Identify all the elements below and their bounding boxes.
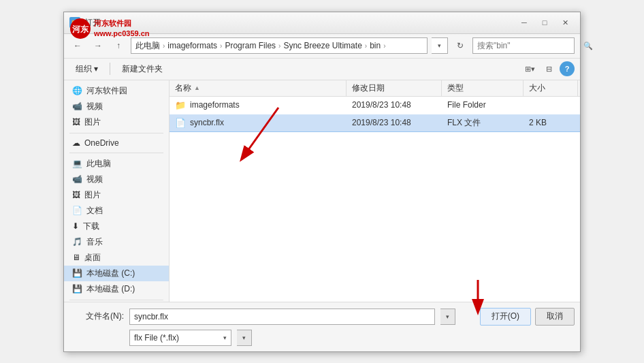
desktop-label: 桌面 (84, 252, 101, 264)
minimize-button[interactable]: ─ (515, 15, 534, 30)
footer-filetype-row: flx File (*.flx) ▾ ▾ (69, 330, 575, 346)
dialog-icon: 📂 (69, 17, 80, 28)
filename-label: 文件名(N): (69, 311, 124, 322)
maximize-button[interactable]: □ (535, 15, 554, 30)
file-size-syncbr: 2 KB (524, 118, 578, 127)
downloads-label: 下载 (83, 221, 99, 232)
organize-button[interactable]: 组织 ▾ (69, 61, 104, 77)
breadcrumb-sep1: › (163, 42, 165, 50)
videos2-icon: 📹 (72, 174, 82, 184)
col-header-date[interactable]: 修改日期 (347, 80, 442, 96)
toolbar: 组织 ▾ 新建文件夹 ⊞▾ ⊟ ? (64, 59, 580, 80)
breadcrumb-dropdown-button[interactable]: ▾ (432, 37, 448, 54)
breadcrumb-sep2: › (220, 42, 222, 50)
sidebar-item-desktop[interactable]: 🖥 桌面 (64, 250, 169, 266)
sidebar-item-local-d[interactable]: 💾 本地磁盘 (D:) (64, 281, 169, 297)
close-button[interactable]: ✕ (556, 15, 575, 30)
file-name-syncbr: 📄 syncbr.flx (170, 118, 347, 128)
title-bar: 📂 打开 ─ □ ✕ (64, 12, 580, 34)
breadcrumb-syncbreeze: Sync Breeze Ultimate (283, 41, 361, 50)
breadcrumb-thispc: 此电脑 (135, 40, 160, 52)
table-row[interactable]: 📄 syncbr.flx 2019/8/23 10:48 FLX 文件 2 KB (170, 114, 580, 132)
search-icon-button[interactable]: 🔍 (583, 38, 593, 53)
toolbar-separator (110, 63, 110, 75)
videos1-label: 视频 (86, 101, 103, 112)
open-button[interactable]: 打开(O) (480, 308, 531, 326)
sidebar-item-local-c[interactable]: 💾 本地磁盘 (C:) (64, 266, 169, 281)
file-list-header: 名称 ▲ 修改日期 类型 大小 (170, 80, 580, 97)
col-header-name[interactable]: 名称 ▲ (170, 80, 347, 96)
desktop-icon: 🖥 (72, 253, 80, 262)
filename-dropdown-button[interactable]: ▾ (440, 309, 455, 325)
hedong-icon: 🌐 (72, 86, 82, 95)
file-name-imageformats: 📁 imageformats (170, 100, 347, 110)
dialog-title: 打开 (84, 17, 101, 29)
sidebar-item-pictures2[interactable]: 🖼 图片 (64, 187, 169, 203)
toolbar-right: ⊞▾ ⊟ ? (521, 61, 575, 77)
search-box: 🔍 (472, 37, 575, 54)
col-header-size[interactable]: 大小 (524, 80, 578, 96)
file-date-syncbr: 2019/8/23 10:48 (347, 118, 442, 127)
breadcrumb[interactable]: 此电脑 › imageformats › Program Files › Syn… (131, 37, 428, 54)
videos2-label: 视频 (86, 174, 103, 185)
file-date-imageformats: 2019/8/23 10:48 (347, 100, 442, 110)
forward-button[interactable]: → (90, 37, 106, 54)
footer: 文件名(N): ▾ 打开(O) 取消 flx File (*.flx) (64, 302, 580, 351)
file-pane: 名称 ▲ 修改日期 类型 大小 📁 ima (170, 80, 580, 302)
sidebar-item-downloads[interactable]: ⬇ 下载 (64, 219, 169, 234)
filename-input[interactable] (129, 309, 435, 325)
address-bar: ← → ↑ 此电脑 › imageformats › Program Files… (64, 34, 580, 59)
up-button[interactable]: ↑ (110, 37, 127, 54)
sidebar-item-documents[interactable]: 📄 文档 (64, 203, 169, 219)
new-folder-button[interactable]: 新建文件夹 (116, 61, 169, 77)
view-details-button[interactable]: ⊞▾ (521, 61, 538, 77)
refresh-button[interactable]: ↻ (452, 37, 468, 54)
filetype-dropdown[interactable]: flx File (*.flx) ▾ (129, 330, 231, 346)
file-icon: 📄 (175, 118, 186, 128)
breadcrumb-sep5: › (383, 42, 385, 50)
documents-label: 文档 (86, 205, 103, 217)
breadcrumb-bin: bin (370, 41, 381, 50)
pictures2-icon: 🖼 (72, 190, 80, 200)
sidebar-item-thispc[interactable]: 💻 此电脑 (64, 156, 169, 172)
local-c-label: 本地磁盘 (C:) (86, 268, 135, 279)
thispc-label: 此电脑 (86, 158, 111, 170)
search-input[interactable] (473, 38, 583, 53)
cancel-button[interactable]: 取消 (535, 308, 575, 326)
help-button[interactable]: ? (560, 61, 575, 76)
title-controls: ─ □ ✕ (515, 15, 575, 30)
videos1-icon: 📹 (72, 101, 82, 111)
table-row[interactable]: 📁 imageformats 2019/8/23 10:48 File Fold… (170, 97, 580, 114)
breadcrumb-sep4: › (365, 42, 367, 50)
filetype-dropdown-button[interactable]: ▾ (237, 330, 252, 346)
open-file-dialog: 📂 打开 ─ □ ✕ ← → ↑ 此电脑 › imageformats › Pr… (63, 12, 581, 352)
col-header-type[interactable]: 类型 (442, 80, 524, 96)
music-label: 音乐 (86, 236, 103, 248)
back-button[interactable]: ← (69, 37, 86, 54)
sidebar-divider3 (69, 300, 163, 300)
title-bar-left: 📂 打开 (69, 17, 101, 29)
pictures1-label: 图片 (84, 116, 101, 128)
pictures1-icon: 🖼 (72, 117, 80, 127)
sidebar-item-music[interactable]: 🎵 音乐 (64, 234, 169, 250)
sidebar-item-onedrive[interactable]: ☁ OneDrive (64, 136, 169, 150)
sidebar-item-pictures1[interactable]: 🖼 图片 (64, 114, 169, 130)
breadcrumb-sep3: › (278, 42, 280, 50)
sidebar-divider2 (69, 153, 163, 153)
file-type-imageformats: File Folder (442, 100, 524, 110)
sidebar-item-hedong[interactable]: 🌐 河东软件园 (64, 83, 169, 99)
local-d-icon: 💾 (72, 284, 82, 294)
footer-buttons: 打开(O) 取消 (480, 308, 575, 326)
view-toggle-button[interactable]: ⊟ (541, 61, 557, 77)
sidebar-item-videos2[interactable]: 📹 视频 (64, 172, 169, 187)
breadcrumb-programfiles: Program Files (225, 41, 276, 50)
thispc-icon: 💻 (72, 159, 82, 168)
sort-arrow-name: ▲ (194, 84, 200, 91)
local-d-label: 本地磁盘 (D:) (86, 283, 135, 295)
breadcrumb-c: imageformats (167, 41, 217, 50)
pictures2-label: 图片 (84, 189, 101, 201)
filetype-dropdown-arrow: ▾ (223, 334, 227, 341)
music-icon: 🎵 (72, 237, 82, 247)
sidebar-item-videos1[interactable]: 📹 视频 (64, 99, 169, 114)
file-list: 📁 imageformats 2019/8/23 10:48 File Fold… (170, 97, 580, 302)
